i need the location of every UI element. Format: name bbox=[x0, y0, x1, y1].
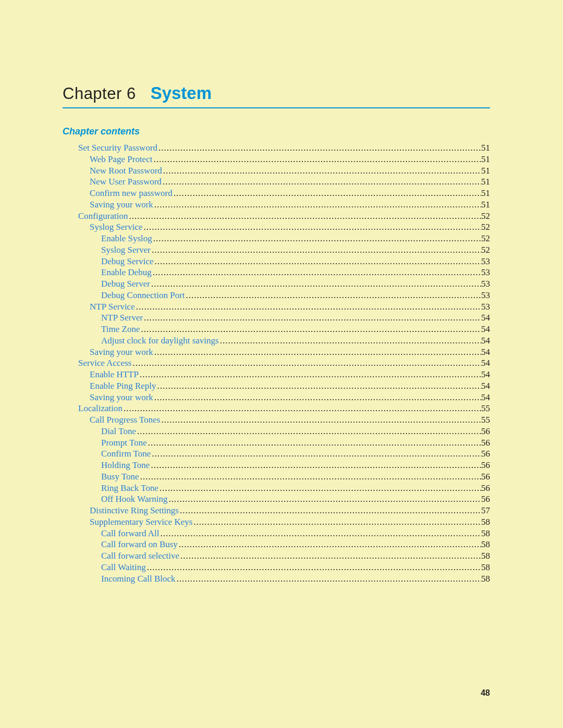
toc-label: Debug Server bbox=[101, 278, 150, 290]
toc-label: Time Zone bbox=[101, 324, 140, 335]
toc-leader bbox=[129, 211, 481, 222]
toc-row[interactable]: Dial Tone56 bbox=[63, 426, 490, 437]
toc-page: 51 bbox=[481, 142, 490, 154]
toc-row[interactable]: Set Security Password51 bbox=[63, 142, 490, 154]
toc-label: Saving your work bbox=[90, 392, 153, 403]
toc-row[interactable]: Configuration52 bbox=[63, 211, 490, 222]
toc-row[interactable]: Adjust clock for daylight savings54 bbox=[63, 335, 490, 347]
toc-row[interactable]: Call Progress Tones55 bbox=[63, 414, 490, 426]
toc-row[interactable]: Call Waiting58 bbox=[63, 562, 490, 573]
toc-leader bbox=[160, 528, 481, 539]
toc-page: 51 bbox=[481, 165, 490, 177]
toc-leader bbox=[153, 233, 481, 244]
toc-row[interactable]: Debug Server53 bbox=[63, 278, 490, 290]
toc-row[interactable]: Busy Tone56 bbox=[63, 471, 490, 483]
toc-page: 58 bbox=[481, 562, 490, 573]
toc-page: 56 bbox=[481, 483, 490, 494]
toc-row[interactable]: Syslog Server52 bbox=[63, 244, 490, 256]
toc-leader bbox=[160, 483, 481, 494]
toc-row[interactable]: Syslog Service52 bbox=[63, 221, 490, 233]
toc-leader bbox=[140, 369, 481, 380]
toc-label: Enable Debug bbox=[101, 267, 152, 278]
toc-row[interactable]: Call forward on Busy58 bbox=[63, 539, 490, 550]
toc-row[interactable]: Distinctive Ring Settings57 bbox=[63, 505, 490, 516]
toc-page: 54 bbox=[481, 392, 490, 403]
toc-label: New User Password bbox=[90, 176, 162, 188]
toc-label: Service Access bbox=[78, 357, 131, 369]
toc-leader bbox=[144, 221, 481, 233]
toc-leader bbox=[157, 380, 481, 392]
toc-label: Incoming Call Block bbox=[101, 573, 176, 585]
toc-row[interactable]: New Root Password51 bbox=[63, 165, 490, 177]
toc-page: 52 bbox=[481, 233, 490, 244]
toc-label: Web Page Protect bbox=[90, 154, 152, 165]
toc-row[interactable]: Saving your work51 bbox=[63, 199, 490, 211]
toc-row[interactable]: Time Zone54 bbox=[63, 324, 490, 335]
toc-row[interactable]: Localization55 bbox=[63, 403, 490, 414]
toc-page: 52 bbox=[481, 244, 490, 256]
toc-label: NTP Server bbox=[101, 312, 143, 324]
toc-label: Saving your work bbox=[90, 199, 153, 211]
toc-row[interactable]: Ring Back Tone56 bbox=[63, 483, 490, 494]
toc-row[interactable]: Off Hook Warning56 bbox=[63, 493, 490, 505]
toc-row[interactable]: Call forward All58 bbox=[63, 528, 490, 539]
toc-leader bbox=[124, 403, 481, 414]
toc-page: 58 bbox=[481, 516, 490, 528]
toc-leader bbox=[180, 505, 481, 516]
toc-page: 58 bbox=[481, 528, 490, 539]
toc-row[interactable]: NTP Service53 bbox=[63, 301, 490, 313]
toc-label: Call forward on Busy bbox=[101, 539, 178, 550]
chapter-label: Chapter 6 bbox=[63, 84, 136, 103]
toc-label: Adjust clock for daylight savings bbox=[101, 335, 219, 347]
toc-page: 54 bbox=[481, 312, 490, 324]
toc-page: 54 bbox=[481, 347, 490, 358]
toc-label: Debug Connection Port bbox=[101, 290, 185, 301]
toc-page: 53 bbox=[481, 290, 490, 301]
toc-row[interactable]: Saving your work54 bbox=[63, 347, 490, 358]
toc-row[interactable]: Enable HTTP54 bbox=[63, 369, 490, 380]
toc-leader bbox=[132, 357, 481, 369]
toc-row[interactable]: Confirm new password51 bbox=[63, 188, 490, 199]
toc-row[interactable]: Enable Ping Reply54 bbox=[63, 380, 490, 392]
toc-page: 57 bbox=[481, 505, 490, 516]
toc-row[interactable]: New User Password51 bbox=[63, 176, 490, 188]
page-number: 48 bbox=[481, 688, 490, 698]
toc-row[interactable]: Service Access54 bbox=[63, 357, 490, 369]
toc-page: 53 bbox=[481, 278, 490, 290]
toc-row[interactable]: Enable Syslog52 bbox=[63, 233, 490, 244]
toc-row[interactable]: Confirm Tone56 bbox=[63, 448, 490, 460]
toc-page: 56 bbox=[481, 460, 490, 471]
toc-leader bbox=[151, 278, 481, 290]
toc-row[interactable]: Holding Tone56 bbox=[63, 460, 490, 471]
toc-leader bbox=[151, 460, 481, 471]
toc-leader bbox=[193, 516, 481, 528]
toc-row[interactable]: Enable Debug53 bbox=[63, 267, 490, 278]
toc-row[interactable]: Call forward selective58 bbox=[63, 550, 490, 562]
toc-row[interactable]: Debug Connection Port53 bbox=[63, 290, 490, 301]
toc-label: New Root Password bbox=[90, 165, 162, 177]
toc-leader bbox=[136, 301, 481, 313]
toc-page: 58 bbox=[481, 550, 490, 562]
toc-page: 56 bbox=[481, 448, 490, 460]
toc-label: Debug Service bbox=[101, 256, 154, 267]
toc-leader bbox=[141, 324, 481, 335]
toc-row[interactable]: Saving your work54 bbox=[63, 392, 490, 403]
toc-page: 51 bbox=[481, 176, 490, 188]
toc-page: 51 bbox=[481, 188, 490, 199]
toc-label: Call forward All bbox=[101, 528, 159, 539]
toc-label: Call forward selective bbox=[101, 550, 179, 562]
toc-page: 55 bbox=[481, 403, 490, 414]
toc-row[interactable]: Supplementary Service Keys58 bbox=[63, 516, 490, 528]
toc-label: Holding Tone bbox=[101, 460, 150, 471]
toc-row[interactable]: Debug Service53 bbox=[63, 256, 490, 267]
page: Chapter 6 System Chapter contents Set Se… bbox=[0, 0, 563, 728]
toc-label: Confirm new password bbox=[90, 188, 173, 199]
toc-leader bbox=[155, 256, 481, 267]
toc-leader bbox=[168, 493, 481, 505]
toc-row[interactable]: Incoming Call Block58 bbox=[63, 573, 490, 585]
toc-row[interactable]: Web Page Protect51 bbox=[63, 154, 490, 165]
toc-leader bbox=[174, 188, 481, 199]
toc-row[interactable]: NTP Server54 bbox=[63, 312, 490, 324]
toc-row[interactable]: Prompt Tone56 bbox=[63, 437, 490, 449]
toc-label: Enable Ping Reply bbox=[90, 380, 156, 392]
